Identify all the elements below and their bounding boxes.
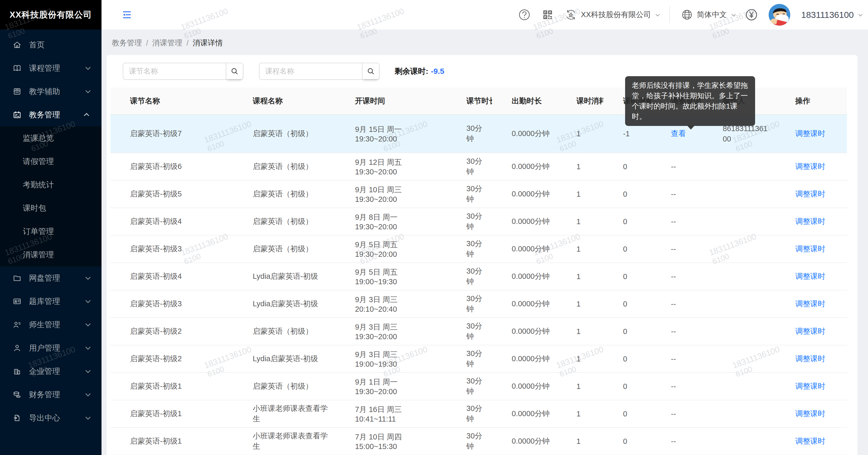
sidebar-item-netdisk[interactable]: 网盘管理	[0, 266, 101, 290]
calendar-icon	[12, 110, 22, 119]
chevron-down-icon	[86, 298, 91, 303]
cell-9: 调整课时	[776, 373, 847, 400]
currency-icon[interactable]	[745, 8, 758, 21]
breadcrumb: 教务管理 / 消课管理 / 消课详情	[101, 30, 868, 55]
chevron-down-icon	[86, 275, 91, 280]
cell-2: 9月 5日 周五 19:00~19:30	[335, 263, 447, 290]
cell-0: 启蒙英语-初级4	[110, 263, 233, 290]
sidebar-item-label: 导出中心	[29, 413, 60, 423]
breadcrumb-item[interactable]: 教务管理	[112, 38, 142, 48]
chevron-down-icon	[86, 65, 91, 70]
cell-7: --	[651, 345, 703, 373]
sidebar-item-teach-aid[interactable]: 教学辅助	[0, 80, 101, 103]
cell-4: 0.0000分钟	[492, 115, 557, 153]
cell-1: 小班课老师课表查看学生	[233, 400, 335, 428]
cell-6: 0	[603, 290, 651, 318]
adjust-hours-link[interactable]: 调整课时	[795, 272, 825, 280]
sidebar-subitem[interactable]: 订单管理	[0, 220, 101, 243]
view-reason-link[interactable]: 查看	[671, 129, 686, 138]
cell-2: 9月 3日 周三 20:10~20:40	[335, 290, 447, 318]
cell-8	[703, 318, 776, 345]
cell-6: 0	[603, 345, 651, 373]
cell-9: 调整课时	[776, 345, 847, 373]
column-header-9: 操作	[776, 88, 847, 115]
cell-2: 9月 3日 周三 19:00~19:30	[335, 345, 447, 373]
adjust-hours-link[interactable]: 调整课时	[795, 409, 825, 418]
avatar[interactable]	[769, 4, 790, 26]
table-row: 启蒙英语-初级4启蒙英语（初级）9月 8日 周一 19:30~20:0030分钟…	[110, 208, 847, 235]
sidebar-item-user[interactable]: 用户管理	[0, 336, 101, 360]
adjust-hours-link[interactable]: 调整课时	[795, 354, 825, 363]
home-icon	[12, 40, 22, 50]
cell-4: 0.0000分钟	[492, 345, 557, 373]
chevron-down-icon	[86, 321, 91, 326]
qr-code-icon[interactable]	[541, 8, 554, 21]
cell-1: 启蒙英语（初级）	[233, 180, 335, 208]
lesson-search-button[interactable]	[226, 63, 243, 79]
cell-2: 9月 8日 周一 19:30~20:00	[335, 208, 447, 235]
sidebar-item-finance[interactable]: 财务管理	[0, 383, 101, 406]
adjust-hours-link[interactable]: 调整课时	[795, 300, 825, 308]
adjust-hours-link[interactable]: 调整课时	[795, 162, 825, 170]
language-switcher[interactable]: 简体中文	[681, 8, 734, 21]
cell-6: 0	[603, 428, 651, 455]
adjust-hours-link[interactable]: 调整课时	[795, 327, 825, 335]
cell-9: 调整课时	[776, 263, 847, 290]
cell-7: --	[651, 400, 703, 428]
lesson-name-input[interactable]	[123, 63, 226, 79]
breadcrumb-item[interactable]: 消课管理	[152, 38, 182, 48]
adjust-hours-link[interactable]: 调整课时	[795, 382, 825, 390]
cell-8	[703, 400, 776, 428]
cell-4: 0.0000分钟	[492, 290, 557, 318]
sidebar-item-question-bank[interactable]: 题库管理	[0, 290, 101, 313]
switch-company-icon: 企	[565, 8, 577, 21]
cell-8	[703, 153, 776, 180]
chevron-down-icon	[86, 368, 91, 373]
column-header-1: 课程名称	[233, 88, 335, 115]
cell-3: 30分钟	[447, 235, 492, 263]
adjust-hours-link[interactable]: 调整课时	[795, 245, 825, 253]
menu-fold-icon[interactable]	[122, 9, 133, 21]
table-row: 启蒙英语-初级5启蒙英语（初级）9月 10日 周三 19:30~20:0030分…	[110, 180, 847, 208]
adjust-hours-link[interactable]: 调整课时	[795, 437, 825, 445]
adjust-hours-link[interactable]: 调整课时	[795, 129, 825, 138]
course-search-button[interactable]	[362, 63, 379, 79]
sidebar-subitem[interactable]: 考勤统计	[0, 173, 101, 196]
table-row: 启蒙英语-初级1小班课老师课表查看学生7月 10日 周四 15:00~15:30…	[110, 428, 847, 455]
cell-1: Lydia启蒙英语-初级	[233, 345, 335, 373]
sidebar-subitem[interactable]: 监课总览	[0, 126, 101, 150]
adjust-hours-link[interactable]: 调整课时	[795, 217, 825, 225]
cell-9: 调整课时	[776, 153, 847, 180]
sidebar-subitem[interactable]: 请假管理	[0, 150, 101, 173]
sidebar-subitem[interactable]: 消课管理	[0, 243, 101, 266]
course-name-input[interactable]	[259, 63, 362, 79]
idcard-icon	[12, 297, 22, 306]
cell-4: 0.0000分钟	[492, 400, 557, 428]
cell-9: 调整课时	[776, 115, 847, 153]
building-icon	[12, 367, 22, 376]
company-switcher[interactable]: 企 XX科技股份有限公司	[565, 8, 658, 21]
sidebar-subitem[interactable]: 课时包	[0, 196, 101, 220]
cell-3: 30分钟	[447, 428, 492, 455]
sidebar-item-teacher-student[interactable]: 师生管理	[0, 313, 101, 336]
sidebar-item-home[interactable]: 首页	[0, 33, 101, 56]
sidebar-item-export[interactable]: 导出中心	[0, 406, 101, 430]
cell-0: 启蒙英语-初级3	[110, 235, 233, 263]
sidebar-menu: 首页课程管理教学辅助教务管理监课总览请假管理考勤统计课时包订单管理消课管理网盘管…	[0, 30, 101, 430]
sidebar-item-enterprise[interactable]: 企业管理	[0, 360, 101, 383]
course-search-group	[259, 63, 380, 80]
cell-0: 启蒙英语-初级1	[110, 428, 233, 455]
sidebar-item-label: 教务管理	[29, 110, 60, 120]
cell-0: 启蒙英语-初级5	[110, 180, 233, 208]
cell-9: 调整课时	[776, 208, 847, 235]
person-icon	[12, 343, 22, 353]
sidebar-item-academic[interactable]: 教务管理	[0, 103, 101, 126]
sidebar-item-course[interactable]: 课程管理	[0, 56, 101, 80]
cell-0: 启蒙英语-初级1	[110, 373, 233, 400]
cell-5: 1	[557, 115, 603, 153]
user-menu[interactable]: 18311136100	[801, 10, 861, 20]
cell-8	[703, 235, 776, 263]
cell-0: 启蒙英语-初级2	[110, 345, 233, 373]
help-icon[interactable]	[518, 8, 531, 21]
adjust-hours-link[interactable]: 调整课时	[795, 190, 825, 198]
